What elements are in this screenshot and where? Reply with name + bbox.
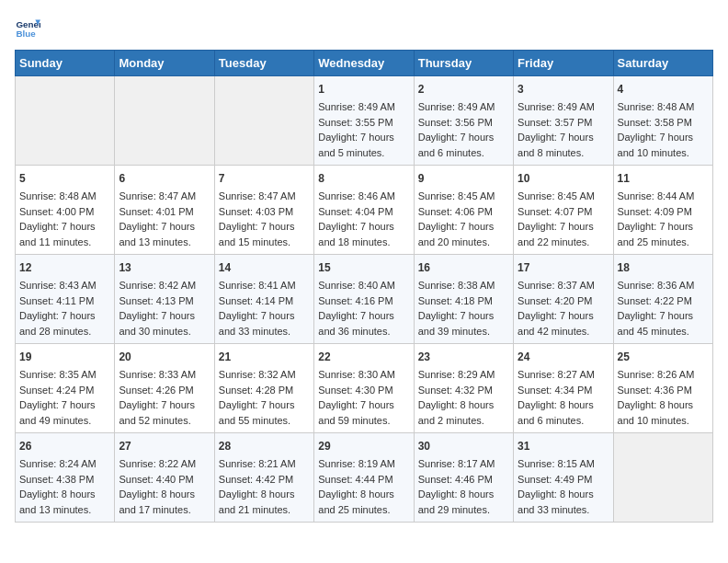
calendar-cell: 23Sunrise: 8:29 AMSunset: 4:32 PMDayligh… [414,344,513,433]
cell-info: Sunset: 4:18 PM [418,293,509,309]
calendar-cell: 18Sunrise: 8:36 AMSunset: 4:22 PMDayligh… [613,255,712,344]
day-number: 8 [318,170,409,187]
cell-info: and 17 minutes. [119,502,210,518]
day-number: 17 [518,259,609,276]
calendar-cell: 24Sunrise: 8:27 AMSunset: 4:34 PMDayligh… [514,344,613,433]
cell-info: Sunrise: 8:36 AM [618,278,709,293]
calendar-cell: 5Sunrise: 8:48 AMSunset: 4:00 PMDaylight… [16,166,115,255]
cell-info: Sunrise: 8:49 AM [518,99,609,115]
cell-info: Sunset: 4:34 PM [518,383,609,398]
cell-info: and 13 minutes. [119,235,210,250]
cell-info: and 5 minutes. [318,145,409,161]
day-number: 30 [418,438,509,454]
cell-info: Daylight: 7 hours [618,219,709,235]
calendar-cell: 1Sunrise: 8:49 AMSunset: 3:55 PMDaylight… [314,76,414,166]
day-number: 22 [318,349,409,365]
calendar-cell: 11Sunrise: 8:44 AMSunset: 4:09 PMDayligh… [613,166,712,255]
calendar-week-row: 1Sunrise: 8:49 AMSunset: 3:55 PMDaylight… [16,76,713,166]
page-header: General Blue [15,15,713,40]
calendar-table: SundayMondayTuesdayWednesdayThursdayFrid… [15,50,713,523]
cell-info: Sunrise: 8:37 AM [518,278,609,293]
cell-info: Sunrise: 8:48 AM [618,99,709,115]
cell-info: Daylight: 7 hours [219,308,310,324]
calendar-cell: 20Sunrise: 8:33 AMSunset: 4:26 PMDayligh… [115,344,214,433]
calendar-cell: 10Sunrise: 8:45 AMSunset: 4:07 PMDayligh… [514,166,613,255]
day-number: 11 [618,170,709,187]
cell-info: Sunset: 4:44 PM [318,472,409,488]
calendar-week-row: 19Sunrise: 8:35 AMSunset: 4:24 PMDayligh… [16,344,713,433]
calendar-week-row: 5Sunrise: 8:48 AMSunset: 4:00 PMDaylight… [16,166,713,255]
cell-info: Daylight: 8 hours [618,397,709,413]
cell-info: Daylight: 7 hours [418,130,509,145]
day-number: 16 [418,259,509,276]
cell-info: Daylight: 8 hours [219,487,310,502]
cell-info: Sunset: 4:11 PM [19,293,110,309]
cell-info: Sunset: 3:56 PM [418,115,509,131]
cell-info: Sunrise: 8:38 AM [418,278,509,293]
cell-info: and 39 minutes. [418,324,509,339]
cell-info: Daylight: 7 hours [318,308,409,324]
cell-info: Sunrise: 8:27 AM [518,367,609,383]
cell-info: Daylight: 8 hours [518,487,609,502]
cell-info: Sunrise: 8:43 AM [19,278,110,293]
calendar-cell: 16Sunrise: 8:38 AMSunset: 4:18 PMDayligh… [414,255,513,344]
cell-info: and 33 minutes. [518,502,609,518]
cell-info: Daylight: 8 hours [518,397,609,413]
calendar-cell: 3Sunrise: 8:49 AMSunset: 3:57 PMDaylight… [514,76,613,166]
cell-info: Sunset: 4:00 PM [19,204,110,220]
cell-info: Sunset: 4:01 PM [119,204,210,220]
cell-info: Daylight: 7 hours [518,130,609,145]
day-number: 27 [119,438,210,454]
cell-info: and 45 minutes. [618,324,709,339]
cell-info: and 25 minutes. [618,235,709,250]
cell-info: and 28 minutes. [19,324,110,339]
day-number: 5 [19,170,110,187]
cell-info: Sunrise: 8:49 AM [318,99,409,115]
cell-info: and 22 minutes. [518,235,609,250]
day-number: 4 [618,81,709,98]
calendar-cell: 13Sunrise: 8:42 AMSunset: 4:13 PMDayligh… [115,255,214,344]
day-header-thursday: Thursday [414,51,513,76]
cell-info: Sunrise: 8:24 AM [19,456,110,472]
cell-info: Daylight: 7 hours [119,219,210,235]
cell-info: and 21 minutes. [219,502,310,518]
cell-info: Sunset: 4:36 PM [618,383,709,398]
calendar-cell: 7Sunrise: 8:47 AMSunset: 4:03 PMDaylight… [214,166,313,255]
cell-info: Daylight: 8 hours [119,487,210,502]
logo-icon: General Blue [15,15,40,40]
cell-info: and 13 minutes. [19,502,110,518]
calendar-week-row: 12Sunrise: 8:43 AMSunset: 4:11 PMDayligh… [16,255,713,344]
cell-info: Daylight: 7 hours [19,219,110,235]
cell-info: Sunset: 4:49 PM [518,472,609,488]
cell-info: Sunset: 4:22 PM [618,293,709,309]
cell-info: Sunrise: 8:30 AM [318,367,409,383]
cell-info: and 42 minutes. [518,324,609,339]
day-number: 2 [418,81,509,98]
cell-info: Sunrise: 8:42 AM [119,278,210,293]
cell-info: Sunrise: 8:41 AM [219,278,310,293]
cell-info: Sunset: 4:32 PM [418,383,509,398]
day-number: 19 [19,349,110,365]
cell-info: Daylight: 7 hours [618,308,709,324]
cell-info: Sunrise: 8:29 AM [418,367,509,383]
day-number: 24 [518,349,609,365]
cell-info: Sunset: 3:55 PM [318,115,409,131]
day-number: 14 [219,259,310,276]
calendar-cell: 27Sunrise: 8:22 AMSunset: 4:40 PMDayligh… [115,433,214,523]
logo: General Blue [15,15,44,40]
cell-info: Sunrise: 8:47 AM [219,189,310,204]
cell-info: Daylight: 7 hours [318,397,409,413]
day-number: 28 [219,438,310,454]
calendar-header-row: SundayMondayTuesdayWednesdayThursdayFrid… [16,51,713,76]
day-number: 10 [518,170,609,187]
cell-info: Sunset: 4:26 PM [119,383,210,398]
cell-info: Sunrise: 8:45 AM [518,189,609,204]
day-number: 26 [19,438,110,454]
cell-info: Sunset: 4:28 PM [219,383,310,398]
day-header-wednesday: Wednesday [314,51,414,76]
calendar-cell: 9Sunrise: 8:45 AMSunset: 4:06 PMDaylight… [414,166,513,255]
cell-info: Sunset: 4:04 PM [318,204,409,220]
calendar-cell: 6Sunrise: 8:47 AMSunset: 4:01 PMDaylight… [115,166,214,255]
cell-info: Sunset: 4:20 PM [518,293,609,309]
day-number: 13 [119,259,210,276]
